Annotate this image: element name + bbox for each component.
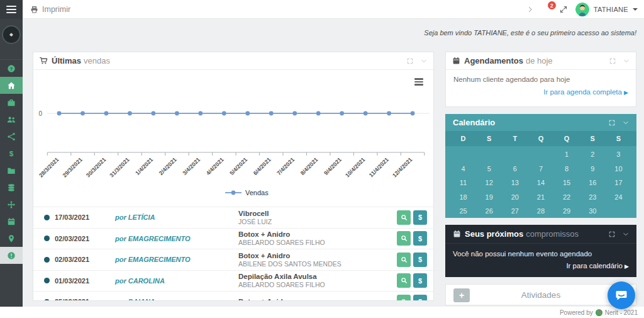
x-axis-label: 2/4/2021 [158,156,178,176]
data-point[interactable] [292,111,297,116]
expand-panel-icon[interactable] [609,231,615,237]
calendar-day[interactable]: 2 [580,147,606,162]
nerit-brand-link[interactable]: Nerit - 2021 [605,309,638,316]
calendar-day[interactable]: 21 [528,190,553,205]
sidebar-item-help[interactable]: ? [0,60,23,77]
data-point[interactable] [151,111,155,116]
sidebar-item-locations[interactable] [0,230,23,247]
calendar-day[interactable]: 16 [580,176,606,190]
data-point[interactable] [387,111,391,116]
calendar-day[interactable]: 25 [450,204,476,219]
sidebar-item-alerts[interactable] [0,247,23,264]
fullscreen-button[interactable] [560,6,567,13]
calendar-day[interactable]: 29 [554,204,580,219]
data-point[interactable] [80,111,85,116]
view-sale-button[interactable] [397,273,411,288]
calendar-day[interactable]: 28 [528,204,553,219]
sidebar-item-share[interactable] [0,128,23,145]
view-sale-button[interactable] [397,253,411,267]
calendar-day[interactable]: 7 [528,162,553,176]
data-point[interactable] [198,111,203,116]
view-sale-button[interactable] [397,295,411,301]
collapse-chevron-icon[interactable] [623,231,629,237]
table-row: 17/03/2021por LETÍCIAVibrocellJOSÉ LUIZ$ [33,207,433,228]
share-icon [7,132,16,141]
sidebar-item-move[interactable] [0,196,23,213]
data-point[interactable] [269,111,274,116]
data-point[interactable] [175,111,179,116]
sale-seller-link[interactable]: por CAROLINA [115,277,238,285]
calendar-day[interactable]: 22 [554,190,580,205]
sale-seller-link[interactable]: por EMAGRECIMENTO [115,235,238,242]
sale-value-button[interactable]: $ [413,231,427,246]
sale-value-button[interactable]: $ [413,210,427,225]
calendar-day[interactable]: 13 [502,176,528,190]
expand-panel-icon[interactable] [609,58,616,64]
view-sale-button[interactable] [397,210,411,225]
collapse-chevron-icon[interactable] [421,58,427,64]
print-button[interactable]: Imprimir [30,0,70,19]
calendar-day[interactable]: 3 [606,147,631,162]
sidebar-item-files[interactable] [0,162,23,179]
calendar-day[interactable]: 20 [502,190,528,205]
calendar-day[interactable]: 12 [476,176,502,190]
sale-value-button[interactable]: $ [413,273,427,288]
go-to-calendar-link[interactable]: Ir para calendário ▶ [566,262,629,270]
calendar-day[interactable]: 26 [476,204,502,219]
sale-seller-link[interactable]: por LETÍCIA [115,213,238,221]
latest-sales-panel: Últimas vendas 028/3/202129/3/202130/3/2… [33,52,434,301]
sidebar-toggle-button[interactable] [0,0,23,19]
chat-widget-button[interactable] [608,281,635,309]
data-point[interactable] [104,111,109,116]
calendar-day[interactable]: 11 [450,176,476,190]
calendar-day[interactable]: 27 [502,204,528,219]
calendar-day[interactable]: 23 [580,190,606,205]
collapse-chevron-icon[interactable] [623,58,630,64]
calendar-day[interactable]: 5 [476,162,502,176]
sidebar-item-schedule[interactable] [0,213,23,230]
calendar-day[interactable]: 6 [502,162,528,176]
calendar-day[interactable]: 18 [450,190,476,205]
sidebar-item-stock[interactable] [0,179,23,196]
data-point[interactable] [316,111,321,116]
view-sale-button[interactable] [397,231,411,246]
calendar-day[interactable]: 17 [606,176,631,190]
search-icon [401,298,408,301]
data-point[interactable] [57,111,62,116]
user-menu[interactable]: TATHIANE [575,3,638,16]
sale-seller-link[interactable]: por DAIANA [115,298,238,301]
calendar-day[interactable]: 30 [580,204,606,219]
calendar-day[interactable]: 24 [606,190,631,205]
sidebar-item-clients[interactable] [0,111,23,128]
calendar-day[interactable]: 14 [528,176,553,190]
sidebar-item-finance[interactable]: $ [0,145,23,162]
sidebar-item-home[interactable] [0,77,23,94]
expand-panel-icon[interactable] [407,58,413,64]
sidebar-item-services[interactable] [0,94,23,111]
data-point[interactable] [222,111,226,116]
sale-client: ABILENE DOS SANTOS MENDES [238,260,397,268]
data-point[interactable] [340,111,344,116]
calendar-day[interactable]: 1 [554,147,580,162]
sale-value-button[interactable]: $ [413,253,427,267]
calendar-day[interactable]: 4 [450,162,476,176]
expand-panel-icon[interactable] [609,120,615,126]
add-activity-button[interactable]: + [453,288,470,302]
sale-value-button[interactable]: $ [413,295,427,301]
data-point[interactable] [364,111,368,116]
notifications-button[interactable]: 2 [541,4,552,14]
calendar-day[interactable]: 8 [554,162,580,176]
collapse-panel-button[interactable] [527,6,533,13]
calendar-day[interactable]: 9 [580,162,606,176]
events-empty-text: Você não possui nenhum evento agendado [453,250,629,258]
data-point[interactable] [128,111,132,116]
calendar-day[interactable]: 19 [476,190,502,205]
calendar-day[interactable]: 10 [606,162,631,176]
data-point[interactable] [411,111,415,116]
data-point[interactable] [245,111,250,116]
go-to-agenda-link[interactable]: Ir para agenda completa ▶ [543,88,628,96]
calendar-day[interactable]: 15 [554,176,580,190]
sale-seller-link[interactable]: por EMAGRECIMENTO [115,256,238,263]
legend-label[interactable]: Vendas [245,189,269,196]
collapse-chevron-icon[interactable] [623,120,629,126]
